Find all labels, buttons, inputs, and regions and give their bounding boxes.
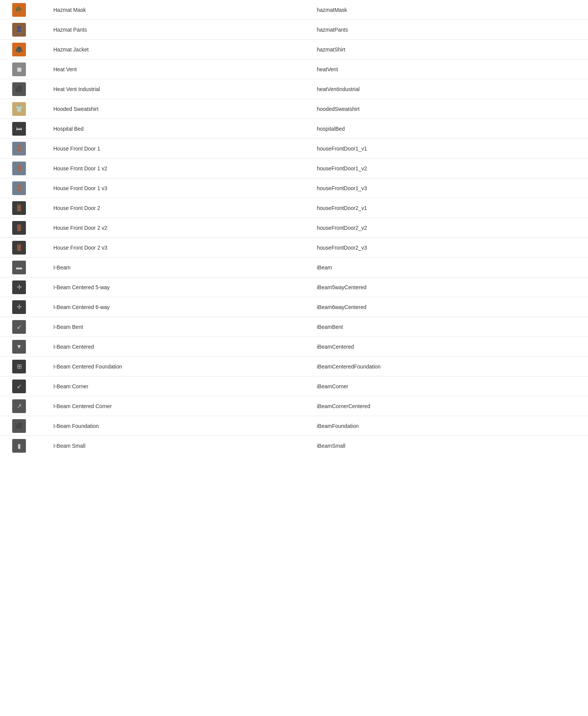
item-icon-cell: ✛ (8, 280, 30, 294)
item-name: House Front Door 1 v3 (30, 185, 317, 191)
table-row[interactable]: ⬛I-Beam FoundationiBeamFoundation (0, 416, 588, 436)
item-name: House Front Door 1 v2 (30, 165, 317, 171)
table-row[interactable]: ✛I-Beam Centered 5-wayiBeam5wayCentered (0, 277, 588, 297)
table-row[interactable]: 🚪House Front Door 1 v2houseFrontDoor1_v2 (0, 159, 588, 178)
table-row[interactable]: 🧥Hazmat JackethazmatShirt (0, 40, 588, 59)
table-row[interactable]: ⊞I-Beam Centered FoundationiBeamCentered… (0, 357, 588, 376)
item-icon: 🚪 (12, 142, 26, 155)
item-name: I-Beam Centered 6-way (30, 304, 317, 310)
item-key: houseFrontDoor2_v2 (317, 225, 581, 231)
item-key: hoodedSweatshirt (317, 106, 581, 112)
item-key: iBeam (317, 264, 581, 271)
item-icon-cell: ▮ (8, 439, 30, 453)
table-row[interactable]: ◼Heat VentheatVent (0, 59, 588, 79)
item-icon: ↗ (12, 399, 26, 413)
item-key: hospitalBed (317, 126, 581, 132)
item-key: houseFrontDoor2_v3 (317, 245, 581, 251)
item-icon-cell: ↙ (8, 380, 30, 393)
item-icon-cell: 🚪 (8, 181, 30, 195)
item-icon: ⬛ (12, 82, 26, 96)
item-icon: ◼ (12, 62, 26, 76)
item-key: iBeamSmall (317, 443, 581, 449)
item-key: houseFrontDoor1_v2 (317, 165, 581, 171)
item-icon-cell: 🚪 (8, 201, 30, 215)
item-name: I-Beam Small (30, 443, 317, 449)
item-icon: 👕 (12, 102, 26, 116)
table-row[interactable]: ↙I-Beam BentiBeamBent (0, 317, 588, 337)
table-row[interactable]: 🪖Hazmat MaskhazmatMask (0, 0, 588, 20)
item-key: heatVentIndustrial (317, 86, 581, 92)
item-name: Hazmat Mask (30, 7, 317, 13)
item-icon: 🧥 (12, 43, 26, 56)
item-name: House Front Door 2 (30, 205, 317, 211)
table-row[interactable]: ▼I-Beam CenterediBeamCentered (0, 337, 588, 357)
item-icon: ↙ (12, 380, 26, 393)
item-icon: 👖 (12, 23, 26, 37)
table-row[interactable]: 🚪House Front Door 1 v3houseFrontDoor1_v3 (0, 178, 588, 198)
item-icon: 🚪 (12, 241, 26, 255)
item-key: iBeamCentered (317, 344, 581, 350)
item-icon-cell: ↗ (8, 399, 30, 413)
item-name: House Front Door 2 v3 (30, 245, 317, 251)
item-key: iBeam5wayCentered (317, 284, 581, 290)
table-row[interactable]: 🚪House Front Door 2 v3houseFrontDoor2_v3 (0, 238, 588, 258)
item-key: hazmatShirt (317, 46, 581, 53)
item-icon-cell: 👕 (8, 102, 30, 116)
table-row[interactable]: ↙I-Beam CorneriBeamCorner (0, 376, 588, 396)
item-key: heatVent (317, 66, 581, 72)
item-name: Hospital Bed (30, 126, 317, 132)
table-row[interactable]: 👖Hazmat PantshazmatPants (0, 20, 588, 40)
items-table: 🪖Hazmat MaskhazmatMask👖Hazmat Pantshazma… (0, 0, 588, 456)
table-row[interactable]: ⬛Heat Vent IndustrialheatVentIndustrial (0, 79, 588, 99)
item-icon-cell: 🚪 (8, 241, 30, 255)
item-name: Hazmat Jacket (30, 46, 317, 53)
table-row[interactable]: ↗I-Beam Centered CorneriBeamCornerCenter… (0, 396, 588, 416)
item-icon: ▼ (12, 340, 26, 354)
item-icon: 🪖 (12, 3, 26, 17)
item-key: iBeamCenteredFoundation (317, 364, 581, 370)
item-icon: 🚪 (12, 181, 26, 195)
item-name: House Front Door 1 (30, 146, 317, 152)
item-name: House Front Door 2 v2 (30, 225, 317, 231)
item-name: Hooded Sweatshirt (30, 106, 317, 112)
item-name: I-Beam Centered 5-way (30, 284, 317, 290)
item-key: houseFrontDoor2_v1 (317, 205, 581, 211)
table-row[interactable]: 🛏Hospital BedhospitalBed (0, 119, 588, 139)
item-name: I-Beam (30, 264, 317, 271)
table-row[interactable]: 🚪House Front Door 2houseFrontDoor2_v1 (0, 198, 588, 218)
item-name: I-Beam Centered Foundation (30, 364, 317, 370)
item-icon: ▮ (12, 439, 26, 453)
item-icon-cell: 🚪 (8, 221, 30, 235)
item-key: iBeam6wayCentered (317, 304, 581, 310)
item-icon-cell: 🚪 (8, 142, 30, 155)
item-name: I-Beam Centered Corner (30, 403, 317, 409)
item-name: I-Beam Bent (30, 324, 317, 330)
item-key: iBeamFoundation (317, 423, 581, 429)
item-icon: 🛏 (12, 122, 26, 136)
item-name: Hazmat Pants (30, 27, 317, 33)
table-row[interactable]: ✛I-Beam Centered 6-wayiBeam6wayCentered (0, 297, 588, 317)
table-row[interactable]: ▮I-Beam SmalliBeamSmall (0, 436, 588, 456)
item-icon-cell: ↙ (8, 320, 30, 334)
item-icon-cell: ◼ (8, 62, 30, 76)
table-row[interactable]: 👕Hooded SweatshirthoodedSweatshirt (0, 99, 588, 119)
table-row[interactable]: ▬I-BeamiBeam (0, 258, 588, 277)
table-row[interactable]: 🚪House Front Door 1houseFrontDoor1_v1 (0, 139, 588, 159)
item-icon-cell: 👖 (8, 23, 30, 37)
item-icon: 🚪 (12, 201, 26, 215)
item-key: hazmatPants (317, 27, 581, 33)
item-key: iBeamBent (317, 324, 581, 330)
item-icon-cell: ⬛ (8, 419, 30, 433)
item-icon: ▬ (12, 261, 26, 274)
item-icon: ↙ (12, 320, 26, 334)
item-icon-cell: ▼ (8, 340, 30, 354)
item-icon: ⊞ (12, 360, 26, 373)
table-row[interactable]: 🚪House Front Door 2 v2houseFrontDoor2_v2 (0, 218, 588, 238)
item-icon-cell: 🚪 (8, 162, 30, 175)
item-icon-cell: ✛ (8, 300, 30, 314)
item-key: iBeamCornerCentered (317, 403, 581, 409)
item-key: iBeamCorner (317, 383, 581, 389)
item-name: I-Beam Foundation (30, 423, 317, 429)
item-name: Heat Vent Industrial (30, 86, 317, 92)
item-icon-cell: 🧥 (8, 43, 30, 56)
